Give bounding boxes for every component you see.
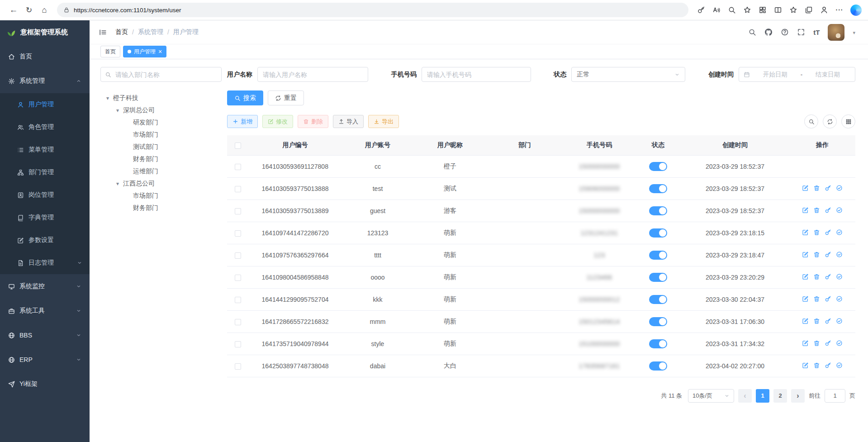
assign-role-icon[interactable] — [836, 251, 843, 258]
edit-action-icon[interactable] — [802, 273, 809, 280]
row-checkbox[interactable] — [235, 252, 241, 259]
favorites-add-icon[interactable] — [740, 3, 754, 17]
close-tab-icon[interactable] — [158, 48, 162, 55]
url-bar[interactable]: https://ccnetcore.com:1101/system/user — [57, 3, 688, 17]
text-size-icon[interactable]: tT — [813, 29, 820, 36]
tab-home[interactable]: 首页 — [100, 46, 120, 57]
edit-action-icon[interactable] — [802, 318, 809, 324]
columns-toggle-button[interactable] — [841, 114, 855, 128]
sidebar-item-6[interactable]: 岗位管理 — [0, 184, 90, 206]
split-screen-icon[interactable] — [771, 3, 785, 17]
sidebar-item-14[interactable]: Yi框架 — [0, 372, 90, 396]
status-toggle[interactable] — [649, 361, 667, 371]
row-checkbox[interactable] — [235, 230, 241, 237]
sidebar-item-9[interactable]: 日志管理 — [0, 252, 90, 274]
delete-action-icon[interactable] — [813, 318, 820, 324]
edit-action-icon[interactable] — [802, 207, 809, 214]
next-page-button[interactable] — [791, 389, 805, 403]
tree-node[interactable]: 测试部门 — [100, 141, 222, 153]
sidebar-item-8[interactable]: 参数设置 — [0, 229, 90, 252]
sidebar-item-2[interactable]: 用户管理 — [0, 93, 90, 116]
sidebar-item-3[interactable]: 角色管理 — [0, 116, 90, 138]
browser-refresh-icon[interactable] — [22, 3, 36, 17]
reset-password-icon[interactable] — [825, 229, 831, 236]
row-checkbox[interactable] — [235, 341, 241, 347]
delete-action-icon[interactable] — [813, 185, 820, 191]
browser-back-icon[interactable] — [6, 3, 21, 17]
read-aloud-icon[interactable] — [709, 3, 724, 17]
delete-action-icon[interactable] — [813, 340, 820, 347]
edit-action-icon[interactable] — [802, 229, 809, 236]
delete-action-icon[interactable] — [813, 251, 820, 258]
username-input[interactable] — [257, 67, 368, 82]
status-select[interactable]: 正常 — [571, 67, 685, 82]
tree-node[interactable]: 江西总公司 — [100, 177, 222, 190]
row-checkbox[interactable] — [235, 319, 241, 325]
assign-role-icon[interactable] — [836, 362, 843, 369]
edit-action-icon[interactable] — [802, 185, 809, 191]
delete-action-icon[interactable] — [813, 229, 820, 236]
sidebar-item-11[interactable]: 系统工具 — [0, 299, 90, 323]
date-range-picker[interactable]: 开始日期 - 结束日期 — [739, 67, 855, 82]
reset-password-icon[interactable] — [825, 340, 831, 347]
status-toggle[interactable] — [649, 228, 667, 238]
sidebar-item-10[interactable]: 系统监控 — [0, 274, 90, 299]
reset-password-icon[interactable] — [825, 362, 831, 369]
refresh-table-button[interactable] — [823, 114, 837, 128]
dept-search-input[interactable] — [100, 67, 222, 82]
assign-role-icon[interactable] — [836, 340, 843, 347]
tree-node[interactable]: 财务部门 — [100, 153, 222, 165]
assign-role-icon[interactable] — [836, 273, 843, 280]
delete-action-icon[interactable] — [813, 362, 820, 369]
sidebar-item-7[interactable]: 字典管理 — [0, 206, 90, 229]
sidebar-item-13[interactable]: ERP — [0, 347, 90, 372]
assign-role-icon[interactable] — [836, 229, 843, 236]
edit-action-icon[interactable] — [802, 340, 809, 347]
tree-node[interactable]: 橙子科技 — [100, 92, 222, 104]
reset-password-icon[interactable] — [825, 273, 831, 280]
delete-action-icon[interactable] — [813, 295, 820, 302]
tree-node[interactable]: 市场部门 — [100, 128, 222, 141]
reset-button[interactable]: 重置 — [268, 90, 304, 105]
user-avatar[interactable] — [828, 24, 844, 41]
page-button-1[interactable]: 1 — [756, 389, 769, 403]
extensions-icon[interactable] — [755, 3, 770, 17]
reset-password-icon[interactable] — [825, 318, 831, 324]
status-toggle[interactable] — [649, 295, 667, 304]
delete-button[interactable]: 删除 — [298, 115, 328, 128]
tab-user-management[interactable]: 用户管理 — [123, 46, 166, 57]
help-icon[interactable] — [781, 28, 789, 36]
chevron-down-icon[interactable] — [853, 29, 855, 36]
edit-button[interactable]: 修改 — [262, 115, 293, 128]
tree-node[interactable]: 深圳总公司 — [100, 104, 222, 116]
sidebar-item-5[interactable]: 部门管理 — [0, 161, 90, 184]
reset-password-icon[interactable] — [825, 185, 831, 191]
add-button[interactable]: 新增 — [227, 115, 258, 128]
row-checkbox[interactable] — [235, 208, 241, 214]
page-button-2[interactable]: 2 — [773, 389, 787, 403]
delete-action-icon[interactable] — [813, 273, 820, 280]
status-toggle[interactable] — [649, 184, 667, 193]
tree-node[interactable]: 运维部门 — [100, 165, 222, 177]
edit-action-icon[interactable] — [802, 295, 809, 302]
select-all-checkbox[interactable] — [235, 143, 241, 149]
sidebar-item-1[interactable]: 系统管理 — [0, 69, 90, 93]
assign-role-icon[interactable] — [836, 295, 843, 302]
caret-down-icon[interactable] — [114, 107, 121, 114]
toggle-search-button[interactable] — [804, 114, 818, 128]
search-button[interactable]: 搜索 — [227, 90, 263, 105]
row-checkbox[interactable] — [235, 186, 241, 192]
status-toggle[interactable] — [649, 162, 667, 171]
edit-action-icon[interactable] — [802, 251, 809, 258]
row-checkbox[interactable] — [235, 275, 241, 281]
hamburger-icon[interactable] — [99, 28, 107, 37]
status-toggle[interactable] — [649, 317, 667, 326]
status-toggle[interactable] — [649, 339, 667, 348]
export-button[interactable]: 导出 — [368, 115, 399, 128]
assign-role-icon[interactable] — [836, 185, 843, 191]
reset-password-icon[interactable] — [825, 207, 831, 214]
favorites-icon[interactable] — [786, 3, 801, 17]
assign-role-icon[interactable] — [836, 318, 843, 324]
sidebar-item-0[interactable]: 首页 — [0, 44, 90, 69]
browser-profile-icon[interactable] — [817, 3, 831, 17]
